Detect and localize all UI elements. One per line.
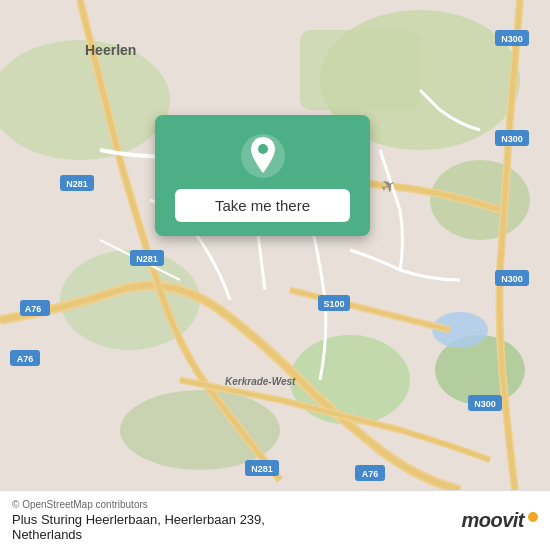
moovit-text: moovit <box>461 509 524 532</box>
svg-text:N300: N300 <box>501 134 523 144</box>
svg-text:Heerlen: Heerlen <box>85 42 136 58</box>
svg-text:N281: N281 <box>136 254 158 264</box>
svg-text:N300: N300 <box>501 274 523 284</box>
svg-rect-4 <box>300 30 420 110</box>
svg-point-8 <box>120 390 280 470</box>
location-info: © OpenStreetMap contributors Plus Sturin… <box>12 499 265 542</box>
svg-point-5 <box>290 335 410 425</box>
svg-text:A76: A76 <box>25 304 42 314</box>
location-pin-icon <box>240 133 286 179</box>
svg-text:A76: A76 <box>362 469 379 479</box>
svg-text:S100: S100 <box>323 299 344 309</box>
location-name: Plus Sturing Heerlerbaan, Heerlerbaan 23… <box>12 512 265 527</box>
map-container: A76 A76 A76 N281 N281 N281 S100 S100 N30… <box>0 0 550 490</box>
svg-text:A76: A76 <box>17 354 34 364</box>
svg-point-38 <box>258 144 268 154</box>
svg-text:N281: N281 <box>66 179 88 189</box>
svg-text:Kerkrade-West: Kerkrade-West <box>225 376 296 387</box>
svg-text:N300: N300 <box>474 399 496 409</box>
osm-attribution: © OpenStreetMap contributors <box>12 499 265 510</box>
location-country: Netherlands <box>12 527 265 542</box>
svg-text:N281: N281 <box>251 464 273 474</box>
bottom-bar: © OpenStreetMap contributors Plus Sturin… <box>0 490 550 550</box>
svg-text:N300: N300 <box>501 34 523 44</box>
take-me-there-button[interactable]: Take me there <box>175 189 350 222</box>
moovit-dot-icon <box>528 512 538 522</box>
moovit-logo: moovit <box>461 509 538 532</box>
popup-card: Take me there <box>155 115 370 236</box>
